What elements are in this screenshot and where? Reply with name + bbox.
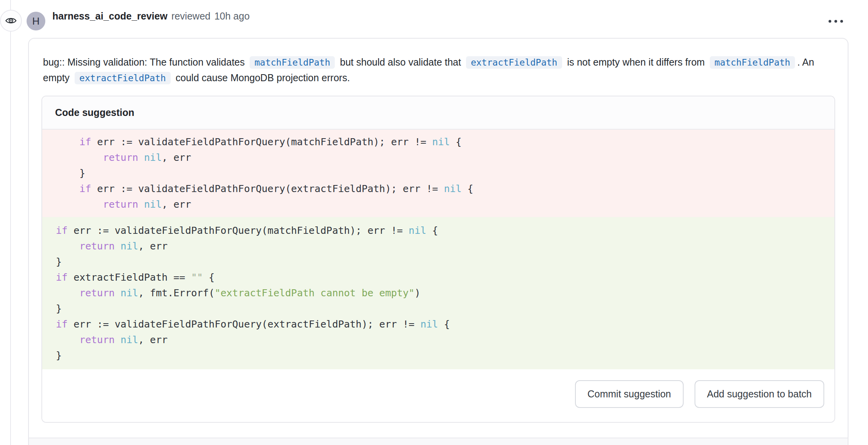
code-line: return nil, err	[56, 197, 827, 212]
code-line: return nil, fmt.Errorf("extractFieldPath…	[56, 285, 827, 301]
code-line: return nil, err	[56, 239, 827, 254]
comment-text: bug:: Missing validation: The function v…	[29, 39, 848, 85]
reply-section-stub	[29, 438, 848, 445]
kebab-menu-icon[interactable]	[829, 10, 843, 32]
code-suggestion-title: Code suggestion	[42, 96, 834, 130]
suggestion-actions: Commit suggestion Add suggestion to batc…	[42, 369, 834, 422]
code-line: }	[56, 301, 827, 317]
review-action-label: reviewed	[171, 11, 211, 22]
code-suggestion-box: Code suggestion if err := validateFieldP…	[41, 96, 835, 423]
review-comment-card: bug:: Missing validation: The function v…	[28, 38, 848, 445]
commit-suggestion-button[interactable]: Commit suggestion	[575, 380, 684, 408]
eye-icon	[5, 16, 17, 25]
code-line: if err := validateFieldPathForQuery(matc…	[56, 134, 827, 150]
code-line: if err := validateFieldPathForQuery(extr…	[56, 181, 827, 197]
diff-added-block: if err := validateFieldPathForQuery(matc…	[42, 217, 834, 369]
inline-code-chip: extractFieldPath	[466, 56, 562, 69]
avatar[interactable]: H	[27, 12, 45, 30]
review-header: harness_ai_code_review reviewed 10h ago	[52, 0, 250, 32]
inline-code-chip: extractFieldPath	[75, 72, 171, 84]
avatar-letter: H	[32, 15, 40, 27]
code-line: if err := validateFieldPathForQuery(extr…	[56, 317, 827, 332]
code-line: if extractFieldPath == "" {	[56, 270, 827, 285]
inline-code-chip: matchFieldPath	[250, 56, 335, 69]
add-suggestion-to-batch-button[interactable]: Add suggestion to batch	[695, 380, 824, 408]
reviewer-username[interactable]: harness_ai_code_review	[52, 11, 168, 22]
inline-code-chip: matchFieldPath	[710, 56, 795, 69]
review-eye-badge	[0, 10, 22, 32]
code-line: return nil, err	[56, 332, 827, 348]
code-line: }	[56, 348, 827, 363]
diff-removed-block: if err := validateFieldPathForQuery(matc…	[42, 130, 834, 217]
code-line: }	[56, 254, 827, 270]
code-line: return nil, err	[56, 150, 827, 166]
code-line: if err := validateFieldPathForQuery(matc…	[56, 223, 827, 239]
review-timestamp[interactable]: 10h ago	[214, 11, 250, 22]
timeline-rail	[10, 0, 11, 445]
code-line: }	[56, 166, 827, 181]
